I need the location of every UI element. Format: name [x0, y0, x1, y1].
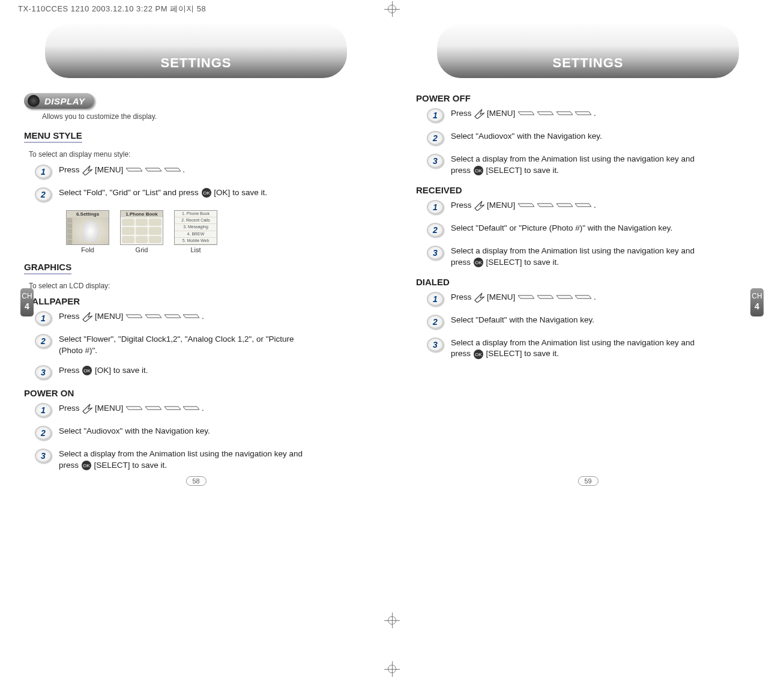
thumb-list-label: List: [190, 246, 201, 253]
step-text: Select "Fold", "Grid" or "List" and pres…: [59, 188, 201, 197]
display-label: DISPLAY: [44, 96, 85, 106]
thumb-fold-header: 6.Settings: [67, 211, 109, 217]
dialed-step-2: 2 Select "Default" with the Navigation k…: [427, 315, 760, 329]
key-icon: [574, 111, 591, 116]
menu-arrow-icon: [82, 403, 92, 414]
menu-style-heading: MENU STYLE: [24, 130, 82, 143]
key-icon: [556, 203, 573, 208]
menu-label: [MENU]: [487, 292, 515, 301]
ok-icon: [201, 187, 212, 198]
key-icon: [517, 203, 534, 208]
step-badge-3: 3: [35, 365, 52, 380]
wallpaper-step-1: 1 Press [MENU] .: [35, 311, 368, 325]
step-text: Press: [59, 165, 82, 174]
menu-style-thumbnails: 6.Settings Fold 1.Phone Book Grid 1. Pho…: [66, 210, 368, 253]
display-section-pill: DISPLAY: [24, 93, 94, 109]
menu-style-desc: To select an display menu style:: [29, 150, 368, 159]
list-row: 3. Messaging: [175, 224, 217, 231]
crop-mark-mid: [384, 613, 400, 628]
step-tail: to save it.: [232, 188, 267, 197]
step-text: Select "Default" with the Navigation key…: [451, 315, 594, 326]
key-icon: [125, 168, 142, 172]
chapter-tab-right: CH 4: [750, 288, 764, 316]
step-text: Press: [59, 404, 82, 413]
key-icon: [556, 111, 573, 116]
step-tail: to save it.: [132, 461, 167, 470]
thumb-fold-label: Fold: [81, 246, 94, 253]
menu-arrow-icon: [474, 292, 484, 303]
step-text: Press: [451, 201, 474, 210]
power-off-step-1: 1 Press [MENU] .: [427, 108, 760, 123]
power-on-heading: POWER ON: [24, 388, 368, 398]
ok-label: [SELECT]: [486, 166, 522, 175]
step-badge-1: 1: [35, 311, 52, 325]
chapter-label: CH: [20, 292, 34, 300]
key-icon: [574, 203, 591, 208]
step-badge-1: 1: [35, 165, 52, 179]
step-badge-3: 3: [427, 246, 444, 260]
thumb-fold: 6.Settings Fold: [66, 210, 109, 253]
step-badge-3: 3: [427, 337, 444, 352]
menu-style-step-1: 1 Press [MENU] .: [35, 165, 368, 179]
crop-mark-bottom: [384, 661, 400, 677]
key-icon: [145, 314, 161, 319]
key-icon: [537, 295, 553, 300]
power-off-step-2: 2 Select "Audiovox" with the Navigation …: [427, 131, 760, 145]
thumb-list: 1. Phone Book 2. Recent Calls 3. Messagi…: [174, 210, 217, 253]
ok-icon: [82, 365, 92, 376]
page-title: SETTINGS: [160, 55, 231, 71]
wallpaper-step-3: 3 Press [OK] to save it.: [35, 365, 368, 380]
ok-icon: [473, 349, 484, 360]
ok-label: [SELECT]: [94, 461, 130, 470]
key-icon: [145, 168, 161, 172]
step-tail: .: [594, 292, 596, 301]
step-text: Press: [451, 292, 474, 301]
page-title-bar: SETTINGS: [437, 24, 739, 78]
page-right: SETTINGS POWER OFF 1 Press [MENU] . 2 Se…: [392, 18, 784, 480]
ok-icon: [473, 257, 484, 268]
page-left: SETTINGS DISPLAY Allows you to customize…: [0, 18, 392, 480]
key-icon: [125, 314, 142, 319]
menu-arrow-icon: [474, 108, 484, 119]
step-text: Select "Audiovox" with the Navigation ke…: [59, 426, 210, 437]
display-intro: Allows you to customize the display.: [42, 112, 368, 121]
file-header: TX-110CCES 1210 2003.12.10 3:22 PM 페이지 5…: [18, 4, 206, 14]
step-text: Press: [59, 312, 82, 321]
step-badge-2: 2: [427, 131, 444, 145]
power-on-step-2: 2 Select "Audiovox" with the Navigation …: [35, 426, 368, 440]
ok-icon: [473, 165, 484, 176]
step-text: Select "Audiovox" with the Navigation ke…: [451, 131, 602, 142]
dialed-step-3: 3 Select a display from the Animation li…: [427, 337, 760, 360]
graphics-heading: GRAPHICS: [24, 262, 71, 274]
step-badge-2: 2: [427, 315, 444, 329]
step-badge-3: 3: [35, 449, 52, 463]
list-row: 2. Recent Calls: [175, 217, 217, 224]
key-icon: [517, 295, 534, 300]
key-icon: [145, 406, 161, 411]
step-tail: to save it.: [113, 366, 148, 375]
step-tail: .: [594, 109, 596, 118]
graphics-desc: To select an LCD display:: [29, 282, 368, 290]
power-on-step-1: 1 Press [MENU] .: [35, 403, 368, 417]
menu-label: [MENU]: [487, 109, 515, 118]
power-off-step-3: 3 Select a display from the Animation li…: [427, 154, 760, 177]
step-tail: to save it.: [524, 258, 559, 267]
page-number-right: 59: [577, 476, 598, 486]
dialed-heading: DIALED: [416, 277, 760, 287]
power-off-heading: POWER OFF: [416, 93, 760, 103]
step-tail: .: [202, 404, 204, 413]
chapter-number: 4: [750, 301, 764, 312]
list-row: 4. BREW: [175, 231, 217, 238]
menu-arrow-icon: [474, 200, 484, 211]
menu-label: [MENU]: [95, 165, 123, 174]
step-badge-2: 2: [35, 426, 52, 440]
step-text: Select "Flower", "Digital Clock1,2", "An…: [59, 334, 317, 357]
thumb-grid: 1.Phone Book Grid: [120, 210, 163, 253]
ok-label: [SELECT]: [486, 258, 522, 267]
step-badge-1: 1: [427, 108, 444, 123]
step-text: Press: [59, 366, 82, 375]
key-icon: [537, 203, 553, 208]
key-icon: [164, 168, 181, 172]
step-tail: .: [594, 201, 596, 210]
received-heading: RECEIVED: [416, 185, 760, 195]
